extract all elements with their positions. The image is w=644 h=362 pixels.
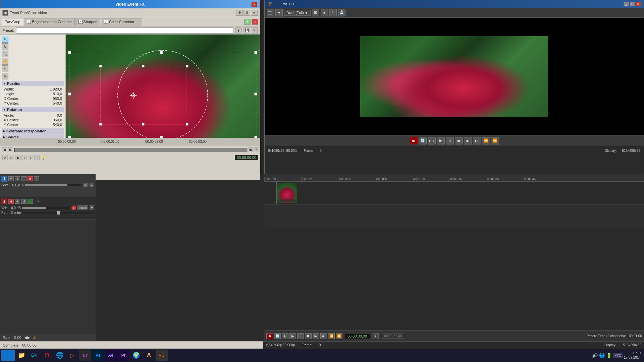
vt-stop[interactable]: ⏹ — [305, 333, 312, 339]
track2-vol-slider[interactable] — [22, 207, 70, 209]
vt-timecode-dropdown[interactable]: ▼ — [372, 333, 379, 339]
tab-brightness-check[interactable]: ✓ — [27, 20, 31, 24]
preset-dropdown[interactable]: ▼ — [235, 27, 241, 34]
tool-anchor[interactable]: ⊕ — [2, 73, 8, 79]
tl-tool-5[interactable]: ⬨ — [28, 155, 33, 160]
vfx-icon-btn-2[interactable]: ⊞ — [244, 10, 250, 16]
preset-save-icon[interactable]: 💾 — [244, 27, 250, 34]
tab-brightness[interactable]: ✓ Brightness and Contrast — [24, 18, 74, 25]
preview-save-btn[interactable]: 💾 — [338, 9, 345, 16]
lang-button[interactable]: РУС — [613, 353, 623, 358]
preset-input[interactable] — [16, 27, 233, 34]
tool-keyframe[interactable]: ◇ — [2, 65, 8, 72]
vt-loop[interactable]: 🔄 — [274, 333, 281, 339]
tab-color-corrector[interactable]: ✓ Color Corrector → — [101, 18, 142, 25]
track2-pan-slider[interactable] — [22, 212, 94, 214]
tool-rotate[interactable]: ↻ — [2, 43, 8, 50]
vfx-icon-btn-1[interactable]: ⚙ — [236, 10, 243, 16]
tab-sharpen-check[interactable]: ✓ — [78, 20, 83, 24]
track2-record-arm[interactable]: ● — [71, 205, 76, 210]
tool-move[interactable]: ✋ — [2, 58, 8, 65]
taskbar-lightroom-icon[interactable]: Lr — [79, 350, 91, 361]
track1-composite[interactable]: ⊕ — [83, 183, 88, 187]
pb-loop-btn[interactable]: 🔄 — [419, 137, 427, 144]
rotation-header[interactable]: ▼ Rotation — [2, 107, 64, 112]
vt-go-end[interactable]: ⏭ — [320, 333, 327, 339]
tab-pan-crop[interactable]: Pan/Crop — [2, 18, 23, 25]
tl-play[interactable]: ▶ — [8, 147, 13, 152]
start-button[interactable] — [1, 350, 15, 361]
taskbar-premiere-icon[interactable]: Pr — [117, 350, 129, 361]
pb-go-start[interactable]: ⏮ — [464, 137, 472, 144]
tl-tool-6[interactable]: → — [34, 155, 40, 160]
taskbar-store-icon[interactable]: 🛍 — [28, 350, 40, 361]
systray-sound-icon[interactable]: 🔊 — [592, 353, 598, 358]
taskbar-photoshop-icon[interactable]: Ps — [92, 350, 104, 361]
taskbar-a-icon[interactable]: A — [143, 350, 155, 361]
taskbar-opera-icon[interactable]: O — [41, 350, 53, 361]
track1-settings[interactable]: ≡ — [34, 176, 39, 181]
pb-go-end[interactable]: ⏭ — [473, 137, 481, 144]
vfx-icon-btn-3[interactable]: ≡ — [251, 10, 258, 16]
vegas-maximize-btn[interactable]: □ — [630, 2, 635, 6]
preview-copy-btn[interactable]: ⎘ — [329, 9, 337, 16]
vt-record[interactable]: ⏺ — [266, 333, 273, 339]
pb-prev-frame[interactable]: ⏪ — [482, 137, 490, 144]
track1-expand[interactable]: ▲ — [90, 183, 94, 187]
tool-select[interactable]: ↖ — [2, 36, 8, 43]
preview-dropdown-btn[interactable]: ▼ — [275, 9, 283, 16]
vt-pause[interactable]: ⏸ — [297, 333, 304, 339]
tab-sharpen[interactable]: ✓ Sharpen — [75, 18, 101, 25]
preview-grid-btn[interactable]: ⊞ — [312, 9, 319, 16]
tl-tool-4[interactable]: ⬧ — [21, 155, 27, 160]
track1-fx[interactable]: ◉ — [28, 176, 33, 181]
vt-play[interactable]: ▶ — [289, 333, 296, 339]
taskbar-chrome-icon[interactable]: 🌐 — [54, 350, 66, 361]
vt-play-sel[interactable]: ⏵ — [282, 333, 288, 339]
vegas-close-btn[interactable]: ✕ — [636, 2, 641, 6]
systray-battery-icon[interactable]: 🔋 — [606, 353, 612, 358]
pb-stop-btn[interactable]: ⏹ — [455, 137, 463, 144]
taskbar-explorer-icon[interactable]: 📁 — [15, 350, 28, 361]
position-header[interactable]: ▼ Position — [2, 81, 64, 86]
tl-tool-2[interactable]: ◇ — [9, 155, 14, 160]
tool-zoom[interactable]: 🔍 — [2, 51, 8, 57]
track1-mute[interactable]: M — [8, 176, 14, 181]
rate-arrows[interactable]: ◀▶ — [24, 335, 30, 340]
tl-go-start[interactable]: ⏮ — [2, 147, 7, 152]
tab-remove-icon[interactable]: ✕ — [252, 19, 258, 25]
tl-go-end[interactable]: ⏭ — [248, 147, 253, 152]
vegas-minimize-btn[interactable]: _ — [624, 2, 629, 6]
preview-quality-dropdown[interactable]: Draft (Full) ▼ — [284, 10, 311, 16]
taskbar-vegas-icon[interactable]: VG — [156, 350, 168, 361]
track2-mute[interactable]: M — [21, 199, 26, 204]
keyframe-header[interactable]: ▶ Keyframe interpolation — [2, 128, 64, 134]
pb-play-btn[interactable]: ▶ — [437, 137, 445, 144]
tl-tool-3[interactable]: ◆ — [15, 155, 20, 160]
tl-add-keyframe[interactable]: + — [254, 147, 259, 152]
track1-solo[interactable]: S — [15, 176, 20, 181]
track2-mode-arrow[interactable]: ▼ — [90, 205, 94, 210]
preset-delete-icon[interactable]: ✕ — [251, 27, 258, 34]
track2-fx-btn[interactable]: ≈ — [28, 199, 33, 204]
taskbar-browser-icon[interactable]: 🌍 — [130, 350, 142, 361]
vfx-close-button[interactable]: ✕ — [252, 2, 257, 7]
preview-grid-arrow[interactable]: ▼ — [321, 9, 328, 16]
pb-record-btn[interactable]: ⏺ — [410, 137, 418, 144]
track2-record[interactable]: ⏺ — [8, 199, 14, 204]
preview-camera-btn[interactable]: 📷 — [267, 9, 274, 16]
track2-mode[interactable]: Touch — [77, 205, 88, 210]
tl-tool-1[interactable]: ⤢ — [2, 155, 8, 160]
vt-next-event[interactable]: ⏩ — [336, 333, 342, 339]
vt-prev-event[interactable]: ⏪ — [328, 333, 335, 339]
pb-next-frame[interactable]: ⏩ — [491, 137, 499, 144]
systray-network-icon[interactable]: 🌐 — [599, 353, 605, 358]
pb-play-from-start[interactable]: ⏵⏵ — [428, 137, 436, 144]
track2-arm[interactable]: ⊜ — [15, 199, 20, 204]
pb-pause-btn[interactable]: ⏸ — [446, 137, 454, 144]
tab-add-icon[interactable]: + — [244, 19, 251, 25]
track1-more[interactable]: ⋯ — [21, 176, 26, 181]
taskbar-media-icon[interactable]: ▷ — [66, 350, 78, 361]
tab-color-check[interactable]: ✓ — [104, 20, 108, 24]
video-clip[interactable] — [276, 183, 297, 203]
